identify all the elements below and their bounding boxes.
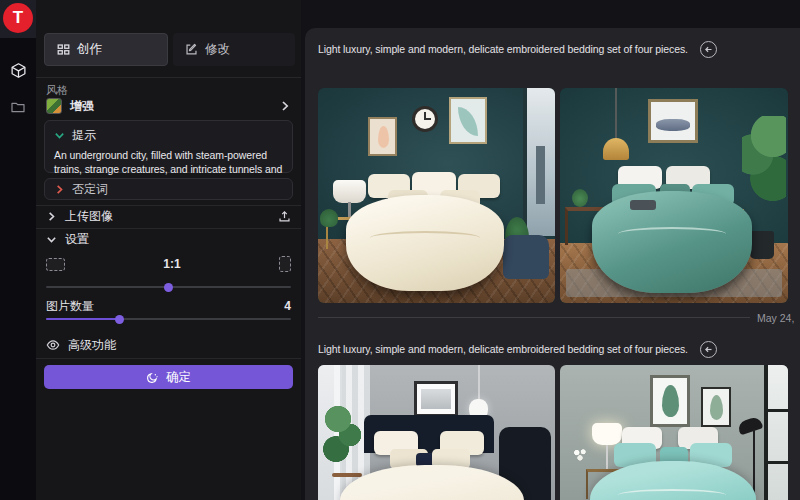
arrow-left-icon — [704, 45, 713, 54]
chevron-right-icon — [46, 211, 57, 222]
image-count-row: 图片数量 4 — [46, 298, 291, 314]
frame-art — [421, 389, 451, 409]
chevron-down-icon — [54, 130, 65, 141]
upload-label: 上传图像 — [65, 208, 113, 225]
moon-sparkle-icon — [146, 371, 159, 384]
seascape-art — [656, 119, 690, 131]
bedroom-scene — [318, 88, 555, 303]
generated-image-3[interactable] — [318, 365, 555, 500]
confirm-label: 确定 — [166, 369, 191, 386]
negative-prompt-box[interactable]: 否定词 — [44, 178, 293, 200]
feed-prompt-text: Light luxury, simple and modern, delicat… — [318, 43, 688, 55]
style-selector-row[interactable]: 增强 — [46, 96, 291, 116]
wall-frame-leaf — [650, 375, 690, 427]
generated-image-1[interactable] — [318, 88, 555, 303]
advanced-features-row[interactable]: 高级功能 — [46, 336, 291, 354]
control-panel: 创作 修改 风格 增强 提示 An underground city, fill… — [36, 0, 301, 500]
wall-frame-feather — [368, 117, 397, 156]
grid-dashboard-icon — [57, 43, 70, 56]
prompt-box[interactable]: 提示 An underground city, filled with stea… — [44, 120, 293, 173]
style-thumbnail — [46, 98, 62, 114]
arrow-left-icon — [704, 345, 713, 354]
confirm-button[interactable]: 确定 — [44, 365, 293, 389]
generation-feed: Light luxury, simple and modern, delicat… — [305, 28, 800, 500]
folder-icon[interactable] — [0, 92, 36, 122]
style-value: 增强 — [70, 98, 94, 115]
table-lamp-stem — [606, 445, 608, 469]
pendant-lamp-shade — [603, 138, 629, 160]
cube-3d-icon[interactable] — [0, 55, 36, 85]
wall-frame — [414, 381, 458, 417]
pendant-lamp-cord — [615, 88, 617, 142]
aspect-ratio-row: 1:1 — [46, 255, 291, 273]
chevron-down-icon — [46, 234, 57, 245]
bedroom-scene — [560, 365, 788, 500]
clock-hand — [425, 118, 431, 120]
table-lamp-stem — [348, 202, 351, 217]
pencil-square-icon — [185, 43, 198, 56]
feed-group-header: Light luxury, simple and modern, delicat… — [318, 338, 788, 360]
bedroom-scene — [560, 88, 788, 303]
armchair — [503, 235, 549, 279]
table-lamp-shade — [333, 180, 366, 203]
tab-create[interactable]: 创作 — [44, 33, 168, 66]
eye-icon — [46, 338, 60, 352]
pendant-lamp-cord — [478, 365, 480, 403]
flowers — [572, 447, 588, 463]
window-bar — [768, 409, 788, 412]
tab-create-label: 创作 — [77, 41, 102, 58]
image-count-slider[interactable] — [46, 318, 291, 320]
landscape-aspect-icon[interactable] — [46, 258, 65, 271]
plant-pot — [750, 231, 774, 259]
portrait-aspect-icon[interactable] — [279, 256, 291, 272]
slider-knob[interactable] — [164, 283, 173, 292]
folded-blanket — [630, 200, 656, 210]
side-stool — [332, 473, 362, 477]
image-count-label: 图片数量 — [46, 298, 94, 315]
upload-image-row[interactable]: 上传图像 — [36, 205, 301, 227]
image-count-value: 4 — [284, 299, 291, 313]
left-rail: T — [0, 0, 36, 500]
divider — [36, 358, 301, 359]
slider-fill — [46, 318, 120, 320]
duvet-trim — [618, 489, 726, 500]
window-bar — [768, 461, 788, 464]
chevron-right-icon — [54, 184, 65, 195]
settings-header-row[interactable]: 设置 — [36, 228, 301, 250]
chevron-right-icon — [279, 100, 291, 112]
divider — [36, 77, 301, 78]
generated-image-4[interactable] — [560, 365, 788, 500]
wall-frame-leaf — [701, 387, 731, 427]
negative-label: 否定词 — [72, 181, 108, 198]
tab-modify[interactable]: 修改 — [173, 33, 295, 66]
upload-icon[interactable] — [278, 210, 291, 223]
duvet-trim — [618, 227, 726, 241]
feed-prompt-text: Light luxury, simple and modern, delicat… — [318, 343, 688, 355]
feed-group-header: Light luxury, simple and modern, delicat… — [318, 38, 788, 60]
advanced-label: 高级功能 — [68, 337, 116, 354]
wall-clock — [412, 106, 438, 132]
slider-knob[interactable] — [115, 315, 124, 324]
city-silhouette — [536, 146, 545, 204]
aspect-ratio-slider[interactable] — [46, 286, 291, 288]
settings-label: 设置 — [65, 231, 89, 248]
plant — [320, 209, 338, 227]
wall-frame-leaf — [449, 97, 487, 144]
window — [764, 365, 788, 500]
app-window: T 创作 修改 风格 — [0, 0, 800, 500]
feed-date-divider — [318, 317, 750, 318]
leaf-art — [710, 395, 723, 420]
plant — [742, 116, 786, 212]
brand-logo-letter: T — [13, 8, 23, 28]
bed-duvet — [592, 191, 752, 293]
aspect-ratio-value: 1:1 — [65, 257, 279, 271]
feather-art — [378, 126, 389, 148]
plant — [322, 403, 362, 467]
reuse-prompt-button[interactable] — [700, 341, 717, 358]
reuse-prompt-button[interactable] — [700, 41, 717, 58]
brand-logo[interactable]: T — [3, 3, 33, 33]
bedroom-scene — [318, 365, 555, 500]
generated-image-2[interactable] — [560, 88, 788, 303]
wall-frame-seascape — [648, 99, 698, 143]
leaf-art — [662, 385, 679, 417]
